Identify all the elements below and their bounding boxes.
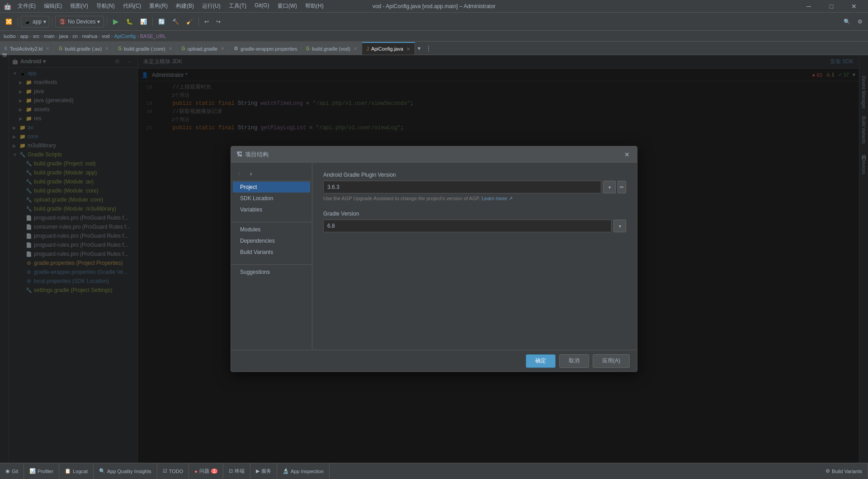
toolbar-build-btn[interactable]: 🔨 [170, 15, 182, 28]
menu-help[interactable]: 帮助(H) [302, 1, 327, 11]
build-icon: 🔨 [172, 19, 179, 25]
breadcrumb-item-src[interactable]: src [33, 33, 40, 39]
bottom-tab-build-variants-label: Build Variants [832, 469, 862, 474]
no-devices-dropdown[interactable]: 📵 No Devices ▾ [55, 16, 104, 28]
toolbar-clean-btn[interactable]: 🧹 [184, 15, 196, 28]
breadcrumb-item-luobo[interactable]: luobo [4, 33, 16, 39]
device-icon: 📵 [59, 19, 66, 25]
dialog-nav-suggestions[interactable]: Suggestions [233, 267, 310, 277]
toolbar-undo-btn[interactable]: ↩ [202, 15, 212, 28]
bottom-tab-terminal[interactable]: ⊡ 终端 [223, 463, 250, 479]
dialog-nav-build-variants[interactable]: Build Variants [233, 247, 310, 258]
tab-build-core[interactable]: G build.gradle (:core) ✕ [113, 42, 177, 55]
breadcrumb-item-mahua[interactable]: mahua [82, 33, 98, 39]
tab-label-gradle-wrapper: gradle-wrapper.properties [241, 46, 297, 52]
tab-close-build-core[interactable]: ✕ [169, 46, 172, 51]
gradle-dropdown-btn[interactable]: ▾ [613, 220, 626, 232]
tab-build-vod[interactable]: G build.gradle (vod) ✕ [302, 42, 362, 55]
toolbar-profile-btn[interactable]: 📊 [137, 15, 150, 28]
agp-learn-more-link[interactable]: Learn more ↗ [481, 196, 512, 201]
maximize-button[interactable]: □ [821, 0, 842, 13]
breadcrumb-item-app[interactable]: app [20, 33, 28, 39]
dialog-confirm-button[interactable]: 确定 [526, 354, 556, 368]
toolbar-search-btn[interactable]: 🔍 [841, 15, 853, 28]
dialog-forward-button[interactable]: › [246, 169, 255, 178]
tab-close-upload-gradle[interactable]: ✕ [221, 46, 224, 51]
tab-overflow-btn[interactable]: ▾ [415, 42, 423, 55]
dialog-nav-project[interactable]: Project [233, 182, 310, 193]
menu-tools[interactable]: 工具(T) [225, 1, 250, 11]
app-inspection-icon: 🔬 [283, 468, 289, 474]
breadcrumb-item-baseurl[interactable]: BASE_URL [140, 33, 166, 39]
tab-upload-gradle[interactable]: G upload.gradle ✕ [177, 42, 229, 55]
services-icon: ▶ [256, 468, 259, 474]
sync-icon: 🔄 [158, 19, 165, 25]
dialog-nav-variables[interactable]: Variables [233, 204, 310, 215]
close-button[interactable]: ✕ [844, 0, 864, 13]
window-controls: ─ □ ✕ [798, 0, 864, 13]
tab-icon-gradle-vod: G [306, 46, 310, 51]
dialog-cancel-button[interactable]: 取消 [559, 354, 589, 368]
toolbar-sync-btn[interactable]: 🔄 [156, 15, 168, 28]
minimize-button[interactable]: ─ [798, 0, 819, 13]
menu-navigate[interactable]: 导航(N) [93, 1, 118, 11]
menu-refactor[interactable]: 重构(R) [146, 1, 171, 11]
toolbar-redo-btn[interactable]: ↪ [213, 15, 223, 28]
menu-git[interactable]: Git(G) [251, 1, 273, 11]
toolbar-debug-btn[interactable]: 🐛 [123, 15, 136, 28]
tab-close-build-av[interactable]: ✕ [105, 46, 108, 51]
modal-overlay: 🏗 项目结构 ✕ ‹ › Project SDK Location Variab… [0, 55, 868, 463]
breadcrumb-item-java[interactable]: java [59, 33, 68, 39]
bottom-tab-logcat[interactable]: 📋 Logcat [59, 463, 94, 479]
dialog-nav-dependencies[interactable]: Dependencies [233, 235, 310, 246]
agp-edit-btn[interactable]: ✏ [618, 181, 626, 193]
agp-dropdown-btn[interactable]: ▾ [603, 181, 616, 193]
dialog-content: Android Gradle Plugin Version ▾ ✏ Use th… [312, 163, 637, 350]
app-icon: 🤖 [4, 3, 11, 10]
tab-close-build-vod[interactable]: ✕ [354, 46, 357, 51]
dialog-nav-modules[interactable]: Modules [233, 224, 310, 235]
menu-view[interactable]: 视图(V) [66, 1, 92, 11]
menu-run[interactable]: 运行(U) [198, 1, 224, 11]
agp-hint: Use the AGP Upgrade Assistant to change … [323, 196, 626, 202]
toolbar-settings-btn[interactable]: ⚙ [855, 15, 865, 28]
toolbar-sep-2 [52, 17, 52, 26]
menu-window[interactable]: 窗口(W) [274, 1, 301, 11]
menu-build[interactable]: 构建(B) [172, 1, 198, 11]
bottom-tab-app-inspection[interactable]: 🔬 App Inspection [277, 463, 330, 479]
tab-close-testactivity[interactable]: ✕ [46, 46, 49, 51]
dialog-nav: ‹ › Project SDK Location Variables Modul… [231, 163, 312, 350]
bottom-tab-build-variants-right[interactable]: ⚙ Build Variants [820, 463, 868, 479]
tab-menu-btn[interactable]: ⋮ [423, 42, 434, 55]
problems-icon: ● [194, 469, 198, 474]
tab-apiconfig[interactable]: J ApiConfig.java ✕ [362, 42, 415, 55]
bottom-tab-profiler[interactable]: 📊 Profiler [24, 463, 59, 479]
menu-edit[interactable]: 编辑(E) [40, 1, 66, 11]
profile-icon: 📊 [140, 19, 147, 25]
dialog-back-button[interactable]: ‹ [235, 169, 244, 178]
breadcrumb-item-apiconfig[interactable]: ApiConfig [114, 33, 136, 39]
toolbar-vcs-btn[interactable]: 🔀 [3, 15, 15, 28]
bottom-tab-aqi[interactable]: 🔍 App Quality Insights [94, 463, 157, 479]
gradle-version-input[interactable] [323, 220, 612, 232]
tab-build-av[interactable]: G build.gradle (:av) ✕ [54, 42, 113, 55]
breadcrumb-item-vod[interactable]: vod [102, 33, 110, 39]
dialog-apply-button[interactable]: 应用(A) [593, 354, 630, 368]
bottom-tab-todo[interactable]: ☑ TODO [157, 463, 189, 479]
dialog-close-button[interactable]: ✕ [623, 150, 632, 159]
menu-code[interactable]: 代码(C) [119, 1, 145, 11]
dialog-nav-sdk-location[interactable]: SDK Location [233, 193, 310, 204]
app-config-dropdown[interactable]: 📱 app ▾ [21, 16, 49, 28]
logcat-icon: 📋 [65, 468, 71, 474]
bottom-tab-git[interactable]: ◉ Git [0, 463, 24, 479]
bottom-tab-services[interactable]: ▶ 服务 [250, 463, 277, 479]
tab-gradle-wrapper[interactable]: ⚙ gradle-wrapper.properties ✕ [229, 42, 302, 55]
breadcrumb-item-main[interactable]: main [44, 33, 55, 39]
run-button[interactable]: ▶ [110, 16, 122, 28]
menu-file[interactable]: 文件(E) [14, 1, 39, 11]
bottom-tab-problems[interactable]: ● 问题 1 [189, 463, 223, 479]
tab-close-apiconfig[interactable]: ✕ [406, 47, 410, 52]
tab-testactivity[interactable]: K TestActivity2.kt ✕ [0, 42, 54, 55]
breadcrumb-item-cn[interactable]: cn [72, 33, 78, 39]
agp-version-input[interactable] [323, 181, 601, 193]
